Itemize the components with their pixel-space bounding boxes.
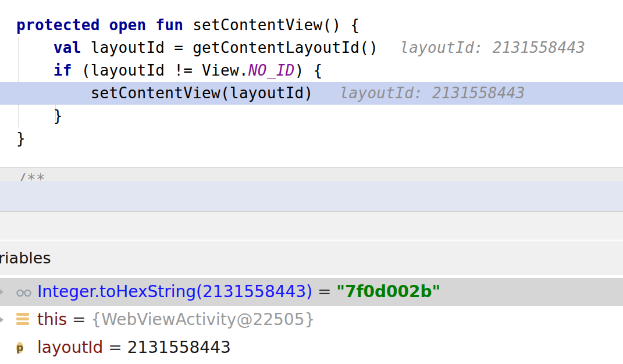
code-line-6[interactable]: } bbox=[0, 127, 623, 150]
variables-panel-header: riables bbox=[0, 241, 623, 275]
variable-value: 2131558443 bbox=[127, 338, 231, 357]
keyword: val bbox=[54, 39, 81, 56]
code-text: ) { bbox=[295, 62, 323, 79]
equals-sign: = bbox=[67, 310, 91, 329]
watch-entry: Integer.toHexString(2131558443) = "7f0d0… bbox=[37, 278, 440, 306]
toolwindow-spacer-band bbox=[0, 212, 623, 240]
code-text: } bbox=[16, 107, 63, 124]
variable-row-layoutid[interactable]: p layoutId = 2131558443 bbox=[0, 334, 623, 362]
keyword: protected open fun bbox=[16, 16, 183, 34]
equals-sign: = bbox=[103, 338, 127, 357]
code-text: layoutId = getContentLayoutId() bbox=[81, 39, 379, 56]
watch-expression: Integer.toHexString(2131558443) bbox=[37, 282, 312, 301]
variable-value: {WebViewActivity@22505} bbox=[91, 310, 315, 329]
expand-chevron-icon[interactable] bbox=[0, 288, 3, 296]
kdoc-comment-start: /** bbox=[17, 171, 45, 181]
parameter-badge: p bbox=[16, 342, 23, 354]
variables-header-label: riables bbox=[0, 241, 51, 275]
variable-row-watch[interactable]: Integer.toHexString(2131558443) = "7f0d0… bbox=[0, 278, 623, 306]
parameter-icon: p bbox=[16, 341, 31, 355]
code-editor[interactable]: protected open fun setContentView() { va… bbox=[0, 0, 623, 167]
code-line-1[interactable]: protected open fun setContentView() { bbox=[0, 14, 623, 37]
code-text: setContentView(layoutId) bbox=[16, 84, 314, 102]
ide-debug-screen: protected open fun setContentView() { va… bbox=[0, 0, 623, 364]
constant-field: NO_ID bbox=[248, 62, 295, 79]
keyword: if bbox=[54, 62, 72, 79]
code-text: (layoutId != View. bbox=[72, 62, 248, 79]
code-line-5[interactable]: } bbox=[0, 105, 623, 127]
clipped-comment-band: /** bbox=[0, 167, 623, 181]
debugger-inline-hint: layoutId: 2131558443 bbox=[340, 84, 525, 102]
code-line-4-execution-point[interactable]: setContentView(layoutId)layoutId: 213155… bbox=[0, 82, 623, 105]
code-text: } bbox=[16, 130, 26, 147]
code-text bbox=[16, 62, 54, 79]
code-text: setContentView() { bbox=[183, 16, 359, 34]
code-line-3[interactable]: if (layoutId != View.NO_ID) { bbox=[0, 59, 623, 82]
variable-name: layoutId bbox=[37, 338, 103, 357]
code-lines: protected open fun setContentView() { va… bbox=[0, 14, 623, 150]
glasses-watch-icon bbox=[16, 285, 31, 299]
expand-chevron-icon[interactable] bbox=[0, 316, 3, 324]
equals-sign: = bbox=[312, 282, 336, 301]
code-text bbox=[16, 39, 54, 56]
variable-entry: this = {WebViewActivity@22505} bbox=[37, 306, 315, 334]
variable-row-this[interactable]: this = {WebViewActivity@22505} bbox=[0, 306, 623, 334]
fields-icon bbox=[16, 313, 31, 327]
code-line-2[interactable]: val layoutId = getContentLayoutId()layou… bbox=[0, 37, 623, 59]
collapsed-region-band bbox=[0, 181, 623, 212]
debugger-inline-hint: layoutId: 2131558443 bbox=[400, 39, 585, 56]
watch-value: "7f0d002b" bbox=[336, 282, 440, 301]
variable-entry: layoutId = 2131558443 bbox=[37, 334, 231, 362]
variable-name: this bbox=[37, 310, 67, 329]
